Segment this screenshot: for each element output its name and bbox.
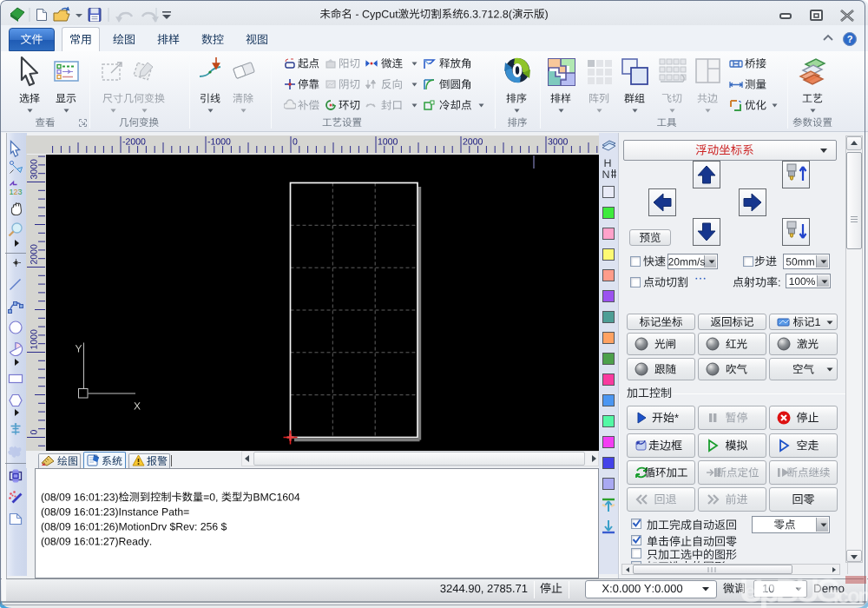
svg-text:123: 123	[10, 188, 23, 196]
svg-text:?: ?	[847, 34, 853, 44]
